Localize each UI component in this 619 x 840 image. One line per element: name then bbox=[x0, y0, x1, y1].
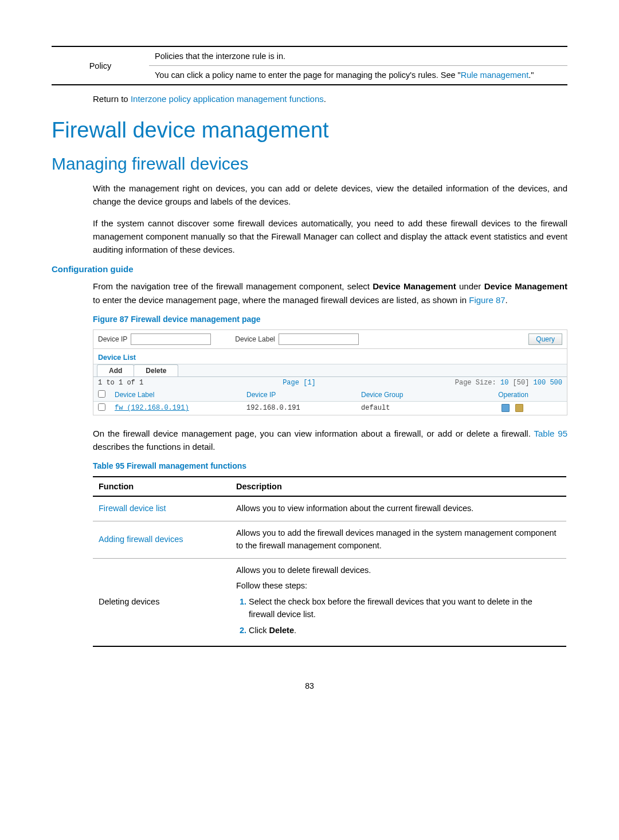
r1-desc: Allows you to view information about the… bbox=[230, 496, 566, 521]
add-button[interactable]: Add bbox=[97, 364, 134, 376]
return-suffix: . bbox=[324, 94, 326, 104]
row-device-ip: 192.168.0.191 bbox=[242, 401, 356, 415]
r3-step2: Click Delete. bbox=[249, 625, 561, 637]
policy-line2-b: ." bbox=[528, 70, 534, 80]
table-caption: Table 95 Firewall management functions bbox=[93, 461, 567, 470]
return-line: Return to Interzone policy application m… bbox=[93, 94, 567, 104]
sync-icon[interactable] bbox=[515, 404, 523, 412]
interzone-link[interactable]: Interzone policy application management … bbox=[131, 94, 324, 104]
page-size-10[interactable]: 10 bbox=[500, 379, 508, 387]
pagination-row: 1 to 1 of 1 Page [1] Page Size: 10 [50] … bbox=[93, 377, 567, 388]
return-prefix: Return to bbox=[93, 94, 131, 104]
page-number: 83 bbox=[52, 681, 567, 690]
firewall-screenshot: Device IP Device Label Query Device List… bbox=[93, 329, 567, 415]
device-ip-input[interactable] bbox=[131, 333, 211, 345]
section-title: Managing firewall devices bbox=[52, 154, 567, 174]
cfg-g: . bbox=[506, 295, 508, 305]
policy-desc-line1: Policies that the interzone rule is in. bbox=[149, 46, 567, 66]
search-bar: Device IP Device Label Query bbox=[93, 329, 567, 349]
device-list-toolbar: Add Delete bbox=[93, 364, 567, 377]
r3-line1: Allows you to delete firewall devices. bbox=[236, 564, 561, 577]
row-device-group: default bbox=[356, 401, 460, 415]
intro-para-2: If the system cannot discover some firew… bbox=[93, 217, 567, 257]
page-size-50: [50] bbox=[508, 379, 533, 387]
figure-caption: Figure 87 Firewall device management pag… bbox=[93, 315, 567, 324]
device-table: Device Label Device IP Device Group Oper… bbox=[93, 388, 567, 415]
intro-para-1: With the management right on devices, yo… bbox=[93, 182, 567, 209]
policy-line2-a: You can click a policy name to enter the… bbox=[155, 70, 461, 80]
policy-desc-line2: You can click a policy name to enter the… bbox=[149, 66, 567, 85]
page-indicator: Page [1] bbox=[143, 379, 455, 387]
col-operation: Operation bbox=[460, 388, 567, 402]
th-description: Description bbox=[230, 477, 566, 496]
query-button[interactable]: Query bbox=[528, 333, 562, 345]
r3-step2b: Delete bbox=[269, 626, 294, 635]
device-label-input[interactable] bbox=[279, 333, 359, 345]
col-device-label: Device Label bbox=[110, 388, 242, 402]
policy-table: Policy Policies that the interzone rule … bbox=[52, 46, 567, 85]
cfg-b: Device Management bbox=[373, 281, 456, 291]
cfg-a: From the navigation tree of the firewall… bbox=[93, 281, 373, 291]
cfg-d: Device Management bbox=[484, 281, 567, 291]
col-device-ip: Device IP bbox=[242, 388, 356, 402]
r3-desc: Allows you to delete firewall devices. F… bbox=[230, 558, 566, 646]
edit-icon[interactable] bbox=[502, 404, 510, 412]
device-list-header: Device List bbox=[93, 349, 567, 364]
psz-prefix: Page Size: bbox=[455, 379, 500, 387]
page-size-100[interactable]: 100 bbox=[534, 379, 546, 387]
table-95-link[interactable]: Table 95 bbox=[534, 429, 567, 438]
th-function: Function bbox=[93, 477, 230, 496]
cfg-e: to enter the device management page, whe… bbox=[93, 295, 469, 305]
row-checkbox[interactable] bbox=[98, 403, 105, 411]
config-para: From the navigation tree of the firewall… bbox=[93, 280, 567, 307]
delete-button[interactable]: Delete bbox=[134, 364, 178, 376]
r3-step1: Select the check box before the firewall… bbox=[249, 596, 561, 621]
r3-line2: Follow these steps: bbox=[236, 580, 561, 592]
config-guide-heading: Configuration guide bbox=[52, 264, 567, 274]
figure-87-link[interactable]: Figure 87 bbox=[469, 295, 505, 305]
policy-label: Policy bbox=[52, 46, 149, 85]
deleting-devices-label: Deleting devices bbox=[93, 558, 230, 646]
rule-management-link[interactable]: Rule management bbox=[461, 70, 529, 80]
r2-desc: Allows you to add the firewall devices m… bbox=[230, 521, 566, 559]
range-label: 1 to 1 of 1 bbox=[98, 379, 143, 387]
r3-step2a: Click bbox=[249, 626, 269, 635]
device-label-label: Device Label bbox=[235, 335, 275, 343]
adding-firewall-devices-link[interactable]: Adding firewall devices bbox=[99, 535, 183, 544]
r3-step2c: . bbox=[294, 626, 296, 635]
page-title: Firewall device management bbox=[52, 118, 567, 143]
table-row: fw (192.168.0.191) 192.168.0.191 default bbox=[93, 401, 567, 415]
functions-table: Function Description Firewall device lis… bbox=[93, 476, 566, 647]
page-size-500[interactable]: 500 bbox=[546, 379, 562, 387]
para4: On the firewall device management page, … bbox=[93, 427, 567, 454]
para4-a: On the firewall device management page, … bbox=[93, 429, 534, 438]
device-ip-label: Device IP bbox=[98, 335, 127, 343]
cfg-c: under bbox=[456, 281, 484, 291]
row-device-label[interactable]: fw (192.168.0.191) bbox=[110, 401, 242, 415]
col-device-group: Device Group bbox=[356, 388, 460, 402]
select-all-checkbox[interactable] bbox=[98, 390, 105, 398]
firewall-device-list-link[interactable]: Firewall device list bbox=[99, 504, 166, 513]
page-size-selector: Page Size: 10 [50] 100 500 bbox=[455, 379, 562, 387]
para4-b: describes the functions in detail. bbox=[93, 442, 215, 452]
